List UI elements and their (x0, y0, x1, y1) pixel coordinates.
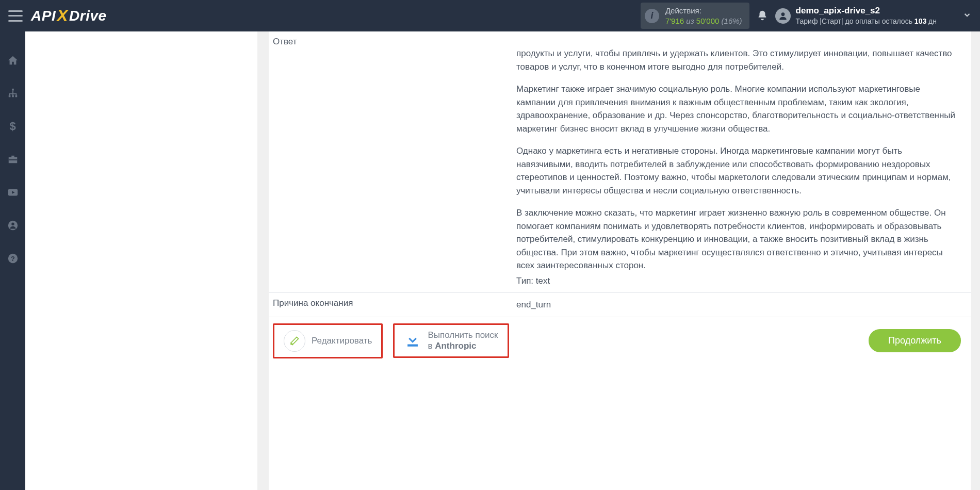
tariff-prefix: Тариф |Старт| до оплаты осталось (796, 17, 914, 25)
svg-point-0 (781, 12, 785, 16)
user-menu[interactable]: demo_apix-drive_s2 Тариф |Старт| до опла… (775, 5, 972, 26)
username: demo_apix-drive_s2 (796, 5, 937, 17)
info-icon: i (645, 9, 659, 23)
tariff-suffix: дн (926, 17, 937, 25)
logo-drive: Drive (69, 8, 107, 24)
logo[interactable]: API X Drive (31, 6, 107, 25)
actions-label: Действия: (665, 6, 742, 16)
actions-used: 7'916 (665, 17, 684, 25)
chevron-down-icon[interactable] (962, 10, 972, 22)
topbar: API X Drive i Действия: 7'916 из 50'000 … (0, 0, 980, 31)
actions-of: из (684, 17, 696, 25)
user-text: demo_apix-drive_s2 Тариф |Старт| до опла… (796, 5, 937, 26)
actions-stats: 7'916 из 50'000 (16%) (665, 16, 742, 26)
logo-api: API (31, 8, 56, 24)
avatar-icon (775, 8, 791, 24)
tariff-line: Тариф |Старт| до оплаты осталось 103 дн (796, 17, 937, 26)
actions-counter[interactable]: i Действия: 7'916 из 50'000 (16%) (641, 3, 749, 29)
menu-toggle-button[interactable] (8, 10, 23, 22)
logo-x: X (57, 6, 68, 25)
actions-total: 50'000 (696, 17, 720, 25)
actions-pct: (16%) (719, 17, 742, 25)
header-right: i Действия: 7'916 из 50'000 (16%) demo_a… (641, 3, 972, 29)
bell-icon[interactable] (757, 10, 768, 22)
tariff-days: 103 (914, 17, 926, 25)
actions-text: Действия: 7'916 из 50'000 (16%) (665, 6, 742, 26)
